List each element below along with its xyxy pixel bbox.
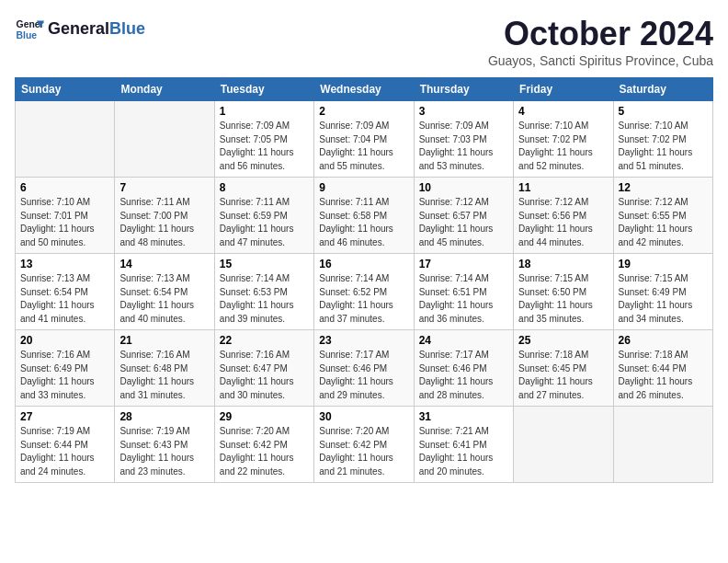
day-number: 14	[119, 258, 209, 270]
day-info: Sunrise: 7:12 AMSunset: 6:56 PMDaylight:…	[518, 196, 608, 249]
day-number: 24	[419, 334, 508, 347]
calendar-cell	[115, 101, 214, 178]
calendar-week-row: 1Sunrise: 7:09 AMSunset: 7:05 PMDaylight…	[16, 101, 713, 178]
header-sunday: Sunday	[16, 78, 115, 101]
day-info: Sunrise: 7:18 AMSunset: 6:45 PMDaylight:…	[518, 349, 608, 402]
calendar-cell: 23Sunrise: 7:17 AMSunset: 6:46 PMDayligh…	[314, 330, 414, 407]
day-number: 7	[119, 181, 209, 194]
calendar-cell: 18Sunrise: 7:15 AMSunset: 6:50 PMDayligh…	[514, 254, 613, 330]
day-number: 8	[220, 181, 309, 194]
calendar-week-row: 13Sunrise: 7:13 AMSunset: 6:54 PMDayligh…	[16, 254, 713, 330]
calendar-header-row: Sunday Monday Tuesday Wednesday Thursday…	[16, 78, 713, 101]
calendar-cell: 10Sunrise: 7:12 AMSunset: 6:57 PMDayligh…	[414, 178, 513, 254]
calendar-cell: 16Sunrise: 7:14 AMSunset: 6:52 PMDayligh…	[314, 254, 414, 330]
svg-text:Blue: Blue	[17, 30, 38, 40]
day-number: 18	[518, 258, 608, 270]
calendar-week-row: 6Sunrise: 7:10 AMSunset: 7:01 PMDaylight…	[16, 178, 713, 254]
day-number: 12	[619, 181, 708, 194]
day-info: Sunrise: 7:13 AMSunset: 6:54 PMDaylight:…	[20, 272, 109, 326]
month-title: October 2024	[488, 15, 713, 53]
day-info: Sunrise: 7:15 AMSunset: 6:50 PMDaylight:…	[518, 272, 608, 326]
day-number: 20	[20, 334, 109, 347]
calendar-cell: 13Sunrise: 7:13 AMSunset: 6:54 PMDayligh…	[16, 254, 115, 330]
header-thursday: Thursday	[414, 78, 513, 101]
day-info: Sunrise: 7:19 AMSunset: 6:44 PMDaylight:…	[20, 425, 109, 478]
day-info: Sunrise: 7:18 AMSunset: 6:44 PMDaylight:…	[619, 349, 708, 402]
calendar-cell: 8Sunrise: 7:11 AMSunset: 6:59 PMDaylight…	[214, 178, 313, 254]
header-saturday: Saturday	[613, 78, 712, 101]
day-info: Sunrise: 7:14 AMSunset: 6:52 PMDaylight:…	[319, 272, 408, 326]
calendar-cell: 29Sunrise: 7:20 AMSunset: 6:42 PMDayligh…	[214, 407, 313, 483]
day-info: Sunrise: 7:15 AMSunset: 6:49 PMDaylight:…	[619, 272, 708, 326]
day-number: 11	[518, 181, 608, 194]
calendar-cell: 31Sunrise: 7:21 AMSunset: 6:41 PMDayligh…	[414, 407, 513, 483]
day-number: 4	[518, 105, 608, 118]
day-number: 10	[419, 181, 508, 194]
logo-icon: General Blue	[15, 15, 44, 44]
calendar-table: Sunday Monday Tuesday Wednesday Thursday…	[15, 77, 713, 483]
day-number: 28	[119, 410, 209, 423]
header-wednesday: Wednesday	[314, 78, 414, 101]
day-info: Sunrise: 7:13 AMSunset: 6:54 PMDaylight:…	[119, 272, 209, 326]
day-info: Sunrise: 7:17 AMSunset: 6:46 PMDaylight:…	[419, 349, 508, 402]
day-info: Sunrise: 7:16 AMSunset: 6:49 PMDaylight:…	[20, 349, 109, 402]
day-number: 5	[619, 105, 708, 118]
day-number: 30	[319, 410, 408, 423]
calendar-cell: 27Sunrise: 7:19 AMSunset: 6:44 PMDayligh…	[16, 407, 115, 483]
calendar-cell	[613, 407, 712, 483]
calendar-week-row: 20Sunrise: 7:16 AMSunset: 6:49 PMDayligh…	[16, 330, 713, 407]
day-number: 16	[319, 258, 408, 270]
day-info: Sunrise: 7:10 AMSunset: 7:01 PMDaylight:…	[20, 196, 109, 249]
header-tuesday: Tuesday	[214, 78, 313, 101]
day-info: Sunrise: 7:12 AMSunset: 6:55 PMDaylight:…	[619, 196, 708, 249]
header-monday: Monday	[115, 78, 214, 101]
day-info: Sunrise: 7:09 AMSunset: 7:03 PMDaylight:…	[419, 120, 508, 173]
day-info: Sunrise: 7:12 AMSunset: 6:57 PMDaylight:…	[419, 196, 508, 249]
calendar-cell	[16, 101, 115, 178]
day-number: 29	[220, 410, 309, 423]
calendar-cell: 5Sunrise: 7:10 AMSunset: 7:02 PMDaylight…	[613, 101, 712, 178]
day-number: 19	[619, 258, 708, 270]
page-header: General Blue GeneralBlue October 2024 Gu…	[15, 15, 713, 68]
calendar-cell: 22Sunrise: 7:16 AMSunset: 6:47 PMDayligh…	[214, 330, 313, 407]
calendar-cell: 7Sunrise: 7:11 AMSunset: 7:00 PMDaylight…	[115, 178, 214, 254]
day-info: Sunrise: 7:19 AMSunset: 6:43 PMDaylight:…	[119, 425, 209, 478]
day-info: Sunrise: 7:09 AMSunset: 7:05 PMDaylight:…	[220, 120, 309, 173]
calendar-cell: 2Sunrise: 7:09 AMSunset: 7:04 PMDaylight…	[314, 101, 414, 178]
day-number: 21	[119, 334, 209, 347]
day-number: 2	[319, 105, 408, 118]
calendar-cell: 6Sunrise: 7:10 AMSunset: 7:01 PMDaylight…	[16, 178, 115, 254]
calendar-week-row: 27Sunrise: 7:19 AMSunset: 6:44 PMDayligh…	[16, 407, 713, 483]
day-number: 15	[220, 258, 309, 270]
day-info: Sunrise: 7:16 AMSunset: 6:47 PMDaylight:…	[220, 349, 309, 402]
day-number: 1	[220, 105, 309, 118]
day-info: Sunrise: 7:20 AMSunset: 6:42 PMDaylight:…	[319, 425, 408, 478]
day-number: 31	[419, 410, 508, 423]
location-subtitle: Guayos, Sancti Spiritus Province, Cuba	[488, 53, 713, 68]
day-number: 13	[20, 258, 109, 270]
title-block: October 2024 Guayos, Sancti Spiritus Pro…	[488, 15, 713, 68]
calendar-cell: 15Sunrise: 7:14 AMSunset: 6:53 PMDayligh…	[214, 254, 313, 330]
calendar-cell: 24Sunrise: 7:17 AMSunset: 6:46 PMDayligh…	[414, 330, 513, 407]
day-number: 6	[20, 181, 109, 194]
day-info: Sunrise: 7:11 AMSunset: 6:58 PMDaylight:…	[319, 196, 408, 249]
calendar-cell: 17Sunrise: 7:14 AMSunset: 6:51 PMDayligh…	[414, 254, 513, 330]
calendar-cell: 12Sunrise: 7:12 AMSunset: 6:55 PMDayligh…	[613, 178, 712, 254]
calendar-cell: 11Sunrise: 7:12 AMSunset: 6:56 PMDayligh…	[514, 178, 613, 254]
day-info: Sunrise: 7:17 AMSunset: 6:46 PMDaylight:…	[319, 349, 408, 402]
day-info: Sunrise: 7:16 AMSunset: 6:48 PMDaylight:…	[119, 349, 209, 402]
calendar-cell: 3Sunrise: 7:09 AMSunset: 7:03 PMDaylight…	[414, 101, 513, 178]
calendar-cell: 4Sunrise: 7:10 AMSunset: 7:02 PMDaylight…	[514, 101, 613, 178]
header-friday: Friday	[514, 78, 613, 101]
day-info: Sunrise: 7:11 AMSunset: 6:59 PMDaylight:…	[220, 196, 309, 249]
day-info: Sunrise: 7:20 AMSunset: 6:42 PMDaylight:…	[220, 425, 309, 478]
day-info: Sunrise: 7:10 AMSunset: 7:02 PMDaylight:…	[518, 120, 608, 173]
day-number: 26	[619, 334, 708, 347]
calendar-cell: 9Sunrise: 7:11 AMSunset: 6:58 PMDaylight…	[314, 178, 414, 254]
logo: General Blue GeneralBlue	[15, 15, 145, 44]
day-info: Sunrise: 7:21 AMSunset: 6:41 PMDaylight:…	[419, 425, 508, 478]
day-info: Sunrise: 7:14 AMSunset: 6:53 PMDaylight:…	[220, 272, 309, 326]
day-number: 22	[220, 334, 309, 347]
day-info: Sunrise: 7:10 AMSunset: 7:02 PMDaylight:…	[619, 120, 708, 173]
calendar-cell: 28Sunrise: 7:19 AMSunset: 6:43 PMDayligh…	[115, 407, 214, 483]
